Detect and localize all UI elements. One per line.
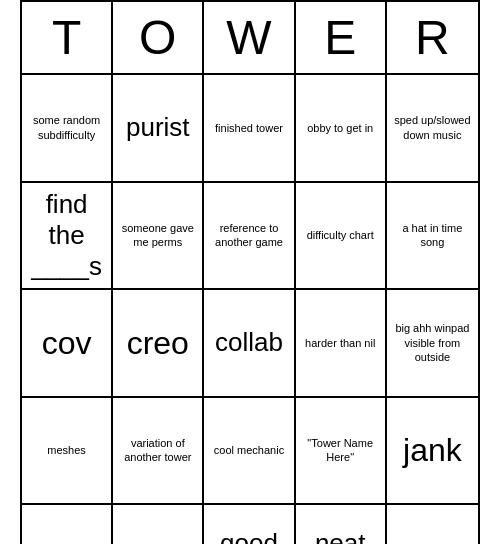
bingo-cell-2-2: collab — [204, 290, 295, 398]
cell-text: sped up/slowed down music — [391, 113, 474, 142]
cell-text: harder than nil — [305, 336, 375, 350]
cell-text: good tower — [208, 528, 289, 544]
bingo-cell-3-3: "Tower Name Here" — [296, 398, 387, 506]
cell-text: a hat in time song — [391, 221, 474, 250]
bingo-cell-1-4: a hat in time song — [387, 183, 478, 291]
bingo-cell-4-2: good tower — [204, 505, 295, 544]
cell-text: cool mechanic — [214, 443, 284, 457]
bingo-cell-3-4: jank — [387, 398, 478, 506]
header-letter-r: R — [387, 2, 478, 73]
cell-text: some random subdifficulty — [26, 113, 107, 142]
bingo-cell-3-2: cool mechanic — [204, 398, 295, 506]
cell-text: cov — [42, 324, 92, 362]
bingo-cell-4-4: wacky frame — [387, 505, 478, 544]
cell-text: collab — [215, 327, 283, 358]
bingo-cell-3-1: variation of another tower — [113, 398, 204, 506]
bingo-cell-4-0: a literal joke — [22, 505, 113, 544]
cell-text: finished tower — [215, 121, 283, 135]
cell-text: neat rings — [300, 528, 381, 544]
bingo-cell-0-2: finished tower — [204, 75, 295, 183]
header-letter-e: E — [296, 2, 387, 73]
bingo-cell-2-4: big ahh winpad visible from outside — [387, 290, 478, 398]
bingo-cell-2-1: creo — [113, 290, 204, 398]
bingo-cell-1-1: someone gave me perms — [113, 183, 204, 291]
bingo-cell-3-0: meshes — [22, 398, 113, 506]
bingo-grid: some random subdifficultypuristfinished … — [22, 75, 478, 544]
bingo-cell-0-3: obby to get in — [296, 75, 387, 183]
header-letter-o: O — [113, 2, 204, 73]
cell-text: someone gave me perms — [117, 221, 198, 250]
bingo-cell-0-1: purist — [113, 75, 204, 183]
header-letter-t: T — [22, 2, 113, 73]
bingo-cell-1-0: find the ____s — [22, 183, 113, 291]
bingo-card: TOWER some random subdifficultypuristfin… — [20, 0, 480, 544]
bingo-cell-0-0: some random subdifficulty — [22, 75, 113, 183]
cell-text: meshes — [47, 443, 86, 457]
bingo-cell-2-0: cov — [22, 290, 113, 398]
bingo-cell-1-2: reference to another game — [204, 183, 295, 291]
header-letter-w: W — [204, 2, 295, 73]
cell-text: purist — [126, 112, 190, 143]
bingo-cell-4-3: neat rings — [296, 505, 387, 544]
cell-text: difficulty chart — [307, 228, 374, 242]
cell-text: jank — [403, 431, 462, 469]
bingo-cell-0-4: sped up/slowed down music — [387, 75, 478, 183]
cell-text: variation of another tower — [117, 436, 198, 465]
bingo-cell-2-3: harder than nil — [296, 290, 387, 398]
bingo-header: TOWER — [22, 2, 478, 75]
bingo-cell-4-1: obelisk or more floors — [113, 505, 204, 544]
cell-text: reference to another game — [208, 221, 289, 250]
cell-text: obby to get in — [307, 121, 373, 135]
cell-text: find the ____s — [26, 189, 107, 283]
cell-text: creo — [127, 324, 189, 362]
cell-text: "Tower Name Here" — [300, 436, 381, 465]
bingo-cell-1-3: difficulty chart — [296, 183, 387, 291]
cell-text: big ahh winpad visible from outside — [391, 321, 474, 364]
